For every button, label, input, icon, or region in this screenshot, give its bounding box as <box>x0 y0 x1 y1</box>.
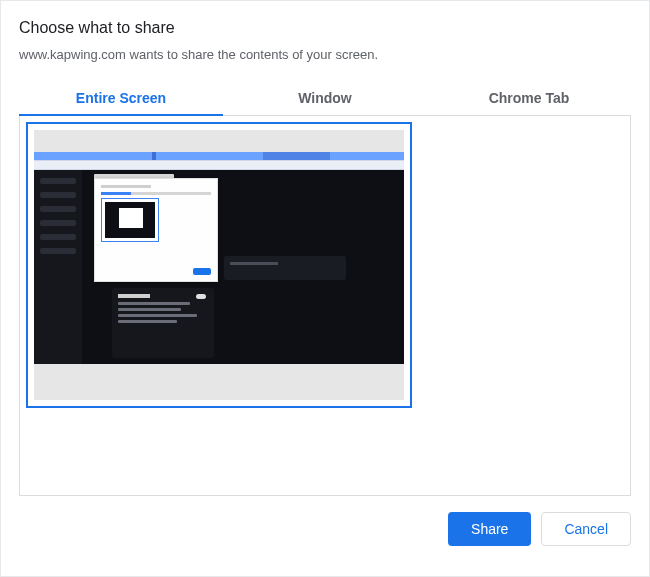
tab-entire-screen[interactable]: Entire Screen <box>19 80 223 115</box>
share-dialog: Choose what to share www.kapwing.com wan… <box>1 1 649 496</box>
dialog-subtitle: www.kapwing.com wants to share the conte… <box>19 47 631 62</box>
tab-window[interactable]: Window <box>223 80 427 115</box>
dialog-title: Choose what to share <box>19 19 631 37</box>
share-button[interactable]: Share <box>448 512 531 546</box>
screen-thumbnail <box>34 130 404 400</box>
tab-chrome-tab[interactable]: Chrome Tab <box>427 80 631 115</box>
dialog-footer: Share Cancel <box>1 496 649 562</box>
cancel-button[interactable]: Cancel <box>541 512 631 546</box>
preview-panel <box>19 116 631 496</box>
screen-preview-1[interactable] <box>26 122 412 408</box>
source-tabs: Entire Screen Window Chrome Tab <box>19 80 631 116</box>
